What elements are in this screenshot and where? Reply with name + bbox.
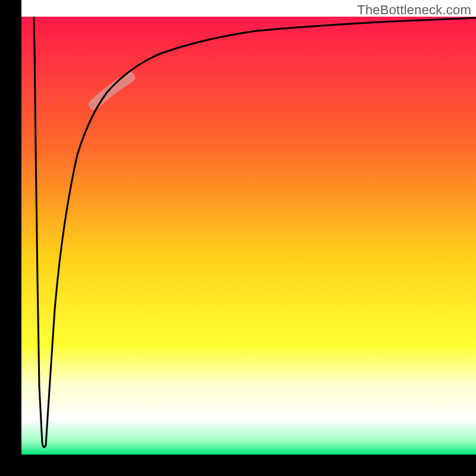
plot-background [21, 17, 476, 455]
frame-left [0, 0, 21, 476]
bottleneck-chart [0, 0, 476, 476]
frame-bottom [0, 455, 476, 476]
chart-container: TheBottleneck.com [0, 0, 476, 476]
